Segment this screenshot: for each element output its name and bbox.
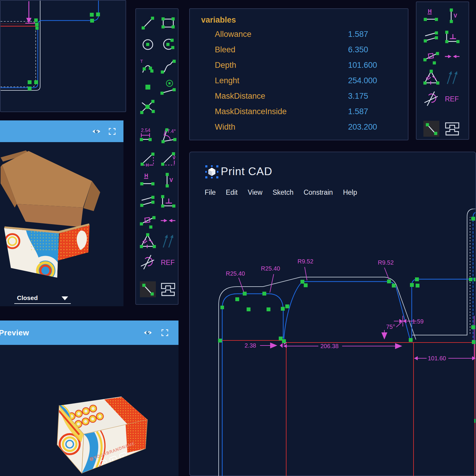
constraint-tool-palette: H V REF: [416, 1, 469, 140]
svg-text:V: V: [454, 13, 457, 19]
tool-constraint-perpendicular[interactable]: [444, 28, 461, 45]
tool-constraint-parallel[interactable]: [423, 28, 440, 45]
svg-text:REF: REF: [161, 259, 175, 266]
dim-length-label: 1.59: [412, 318, 424, 325]
menu-bar: File Edit View Sketch Constrain Help: [205, 188, 357, 197]
tool-constraint-tangent[interactable]: [423, 90, 440, 106]
preview-panel-open-header: [0, 120, 123, 142]
variable-value[interactable]: 1.587: [348, 107, 368, 116]
tool-reference-toggle[interactable]: REF: [444, 90, 461, 106]
svg-text:2.54: 2.54: [141, 128, 151, 133]
variable-value[interactable]: 101.600: [348, 61, 377, 70]
dim-length-label: 206.38: [320, 343, 339, 349]
fullscreen-icon[interactable]: [109, 128, 116, 135]
menu-help[interactable]: Help: [343, 188, 357, 197]
preview-panel-title: Preview: [0, 328, 29, 337]
sketch-handles: [218, 217, 475, 423]
preview-panel-closed: Preview: [0, 321, 178, 476]
svg-text:V: V: [170, 177, 173, 183]
corner-sketch-panel: [0, 0, 126, 112]
tool-constraint-tangent[interactable]: [140, 253, 156, 270]
tool-constraint-coincident[interactable]: [160, 212, 176, 229]
variable-name: Lenght: [215, 76, 239, 85]
tool-constraint-direction[interactable]: [444, 69, 461, 86]
svg-text:H: H: [144, 173, 148, 179]
menu-edit[interactable]: Edit: [226, 188, 238, 197]
variable-value[interactable]: 254.000: [348, 76, 377, 85]
dropdown-underline: [14, 303, 71, 304]
sketch-tool-palette: T 2.54 7.4° H V H V REF: [135, 8, 178, 305]
variable-name: Allowance: [215, 30, 251, 39]
preview-panel-closed-header: Preview: [0, 321, 178, 345]
svg-text:REF: REF: [445, 95, 459, 103]
dim-radius-label: R9.52: [298, 258, 313, 265]
tool-constraint-vertical[interactable]: V: [160, 172, 176, 188]
svg-text:H: H: [428, 8, 432, 14]
variables-panel: variables Allowance 1.587 Bleed 6.350 De…: [189, 8, 408, 140]
tool-circle[interactable]: [140, 36, 156, 53]
tool-constraint-parallel[interactable]: [140, 193, 156, 209]
variable-value[interactable]: 203.200: [348, 122, 377, 132]
tool-rectangle[interactable]: [160, 15, 176, 31]
tool-extrude[interactable]: [160, 281, 176, 298]
tool-line[interactable]: [140, 15, 156, 31]
tool-constraint-symmetric[interactable]: [140, 232, 156, 249]
variable-name: Bleed: [215, 45, 235, 54]
preview-panel-open: Closed: [0, 120, 123, 306]
variable-name: Depth: [215, 61, 236, 70]
box-state-select[interactable]: Closed: [17, 294, 38, 301]
tool-arc[interactable]: [160, 36, 176, 53]
tool-spline[interactable]: [160, 58, 176, 75]
svg-text:V: V: [173, 156, 176, 161]
tool-constraint-horizontal[interactable]: H: [140, 172, 156, 188]
tool-constraint-horizontal[interactable]: H: [423, 7, 440, 24]
tool-constraint-vertical[interactable]: V: [444, 7, 461, 24]
print-cad-logo: [205, 165, 218, 178]
svg-text:T: T: [140, 59, 143, 64]
tool-cross-lines[interactable]: [140, 98, 156, 115]
tool-tangent-point[interactable]: [160, 79, 176, 95]
tool-dimension-vertical[interactable]: V: [160, 150, 176, 167]
tool-constraint-coincident[interactable]: [444, 48, 461, 65]
tool-extrude[interactable]: [444, 120, 461, 137]
tool-reference-toggle[interactable]: REF: [160, 253, 176, 270]
tool-conic[interactable]: T: [140, 58, 156, 75]
dim-radius-label: R9.52: [378, 259, 394, 266]
tool-point-on-object[interactable]: [423, 48, 440, 65]
variable-value[interactable]: 1.587: [348, 30, 368, 39]
tool-dimension-angle[interactable]: 7.4°: [160, 127, 176, 144]
variable-value[interactable]: 6.350: [348, 45, 368, 54]
fullscreen-icon[interactable]: [161, 329, 168, 336]
open-box-3d-view[interactable]: [0, 142, 123, 306]
tool-active-line[interactable]: [423, 120, 440, 137]
tool-dimension-linear[interactable]: 2.54: [140, 127, 156, 144]
menu-sketch[interactable]: Sketch: [273, 188, 293, 197]
app-title: Print CAD: [221, 165, 272, 178]
menu-file[interactable]: File: [205, 188, 216, 197]
tool-dimension-horizontal[interactable]: H: [140, 150, 156, 167]
cad-drawing-canvas[interactable]: R25.40 R25.40 R9.52 R9.52 2.38 206.38 1.…: [190, 209, 475, 476]
svg-text:7.4°: 7.4°: [167, 128, 176, 134]
dim-length-label: 2.38: [245, 342, 256, 349]
visibility-icon[interactable]: [143, 329, 152, 337]
menu-constrain[interactable]: Constrain: [303, 188, 333, 197]
visibility-icon[interactable]: [92, 128, 101, 135]
tool-constraint-direction[interactable]: [160, 232, 176, 249]
dim-angle-label: 75°: [386, 323, 395, 330]
variable-value[interactable]: 3.175: [348, 92, 368, 101]
menu-view[interactable]: View: [248, 188, 262, 197]
variable-name: Width: [215, 122, 235, 132]
variables-title: variables: [201, 15, 236, 25]
chevron-down-icon[interactable]: [62, 296, 68, 300]
tool-constraint-perpendicular[interactable]: [160, 193, 176, 209]
tool-point[interactable]: [140, 79, 156, 95]
tool-constraint-symmetric[interactable]: [423, 69, 440, 86]
dim-radius-label: R25.40: [226, 270, 245, 277]
dim-length-label: 101.60: [428, 355, 446, 362]
tool-active-line[interactable]: [140, 281, 156, 298]
corner-sketch-canvas[interactable]: [1, 1, 126, 111]
svg-text:H: H: [146, 163, 149, 167]
closed-box-3d-view[interactable]: @YOURBRANDNAME f X: [0, 345, 178, 476]
tool-point-on-object[interactable]: [140, 212, 156, 229]
variable-name: MaskDistanceInside: [215, 107, 287, 116]
